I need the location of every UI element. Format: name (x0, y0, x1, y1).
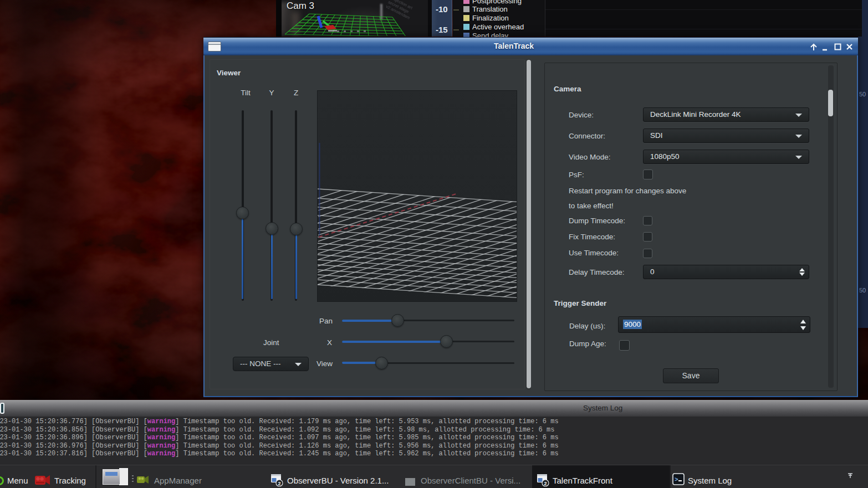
svg-text:2: 2 (544, 481, 547, 486)
svg-text:2: 2 (278, 481, 280, 486)
svg-text:>: > (675, 476, 678, 483)
